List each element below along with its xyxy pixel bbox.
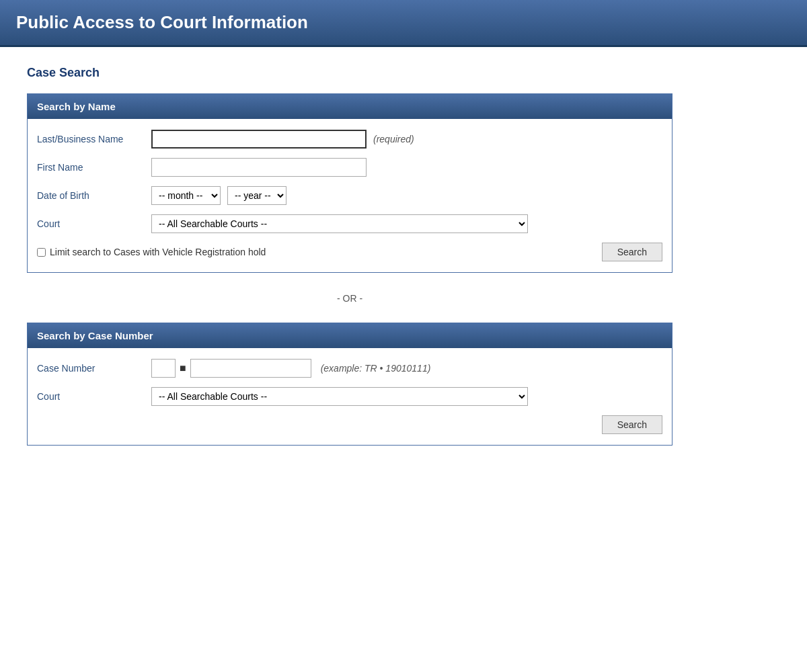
vehicle-hold-checkbox-label[interactable]: Limit search to Cases with Vehicle Regis…: [37, 247, 266, 257]
search-by-name-box: Search by Name Last/Business Name (requi…: [27, 93, 672, 273]
court-select-case[interactable]: -- All Searchable Courts -- Court A Cour…: [151, 387, 528, 406]
page-content: Case Search Search by Name Last/Business…: [0, 47, 807, 485]
search-by-name-header: Search by Name: [28, 94, 672, 119]
court-row-case: Court -- All Searchable Courts -- Court …: [37, 387, 662, 406]
case-num-separator: ■: [180, 362, 186, 374]
case-number-row: Case Number ■ (example: TR • 19010111): [37, 359, 662, 378]
month-select[interactable]: -- month -- JanuaryFebruaryMarch AprilMa…: [151, 186, 221, 205]
name-search-button[interactable]: Search: [602, 243, 662, 261]
search-by-case-number-box: Search by Case Number Case Number ■ (exa…: [27, 323, 672, 446]
last-name-label: Last/Business Name: [37, 134, 151, 144]
page-title: Case Search: [27, 66, 780, 80]
or-divider: - OR -: [27, 293, 672, 304]
search-by-case-number-body: Case Number ■ (example: TR • 19010111) C…: [28, 348, 672, 445]
court-label-name: Court: [37, 218, 151, 229]
case-search-bottom-row: Search: [37, 415, 662, 434]
vehicle-hold-checkbox[interactable]: [37, 248, 46, 257]
case-number-main-input[interactable]: [190, 359, 311, 378]
last-name-input[interactable]: [151, 130, 367, 149]
case-search-button[interactable]: Search: [602, 415, 662, 434]
first-name-label: First Name: [37, 162, 151, 173]
court-row-name: Court -- All Searchable Courts -- Court …: [37, 214, 662, 233]
case-number-example: (example: TR • 19010111): [321, 363, 431, 374]
search-by-name-body: Last/Business Name (required) First Name…: [28, 119, 672, 272]
dob-label: Date of Birth: [37, 190, 151, 201]
page-header-title: Public Access to Court Information: [16, 12, 791, 33]
required-indicator: (required): [373, 134, 414, 144]
dob-selects: -- month -- JanuaryFebruaryMarch AprilMa…: [151, 186, 286, 205]
dob-row: Date of Birth -- month -- JanuaryFebruar…: [37, 186, 662, 205]
case-number-prefix-input[interactable]: [151, 359, 176, 378]
year-select[interactable]: -- year -- 202420232022 202120202019 201…: [227, 186, 286, 205]
last-name-row: Last/Business Name (required): [37, 130, 662, 149]
court-label-case: Court: [37, 391, 151, 402]
first-name-row: First Name: [37, 158, 662, 177]
page-header: Public Access to Court Information: [0, 0, 807, 47]
court-select-name[interactable]: -- All Searchable Courts -- Court A Cour…: [151, 214, 528, 233]
case-number-label: Case Number: [37, 363, 151, 374]
search-by-case-number-header: Search by Case Number: [28, 323, 672, 348]
vehicle-hold-text: Limit search to Cases with Vehicle Regis…: [50, 247, 266, 257]
name-search-bottom-row: Limit search to Cases with Vehicle Regis…: [37, 243, 662, 261]
first-name-input[interactable]: [151, 158, 367, 177]
case-number-inputs: ■ (example: TR • 19010111): [151, 359, 430, 378]
